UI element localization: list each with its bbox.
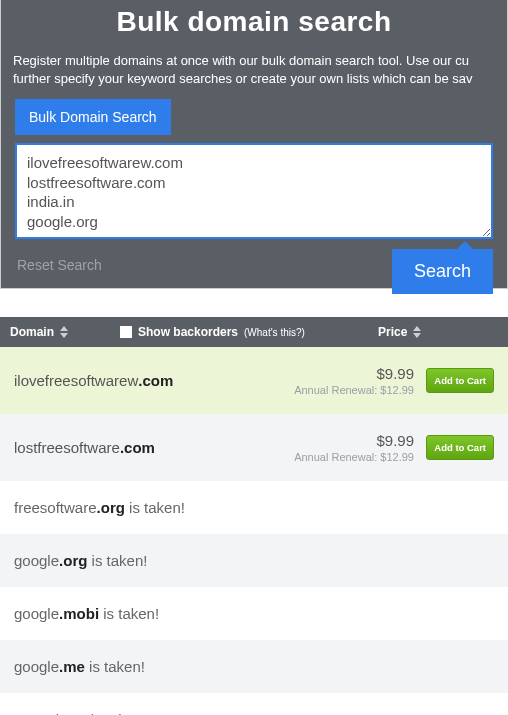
result-price: $9.99 <box>294 432 414 449</box>
result-row-taken: google.mobi is taken! <box>0 587 508 640</box>
domain-list-input[interactable] <box>15 143 493 239</box>
domain-tld: .org <box>97 499 125 516</box>
add-to-cart-button[interactable]: Add to Cart <box>426 368 494 393</box>
reset-search-link[interactable]: Reset Search <box>15 243 102 273</box>
result-renewal: Annual Renewal: $12.99 <box>294 451 414 463</box>
result-domain: lostfreesoftware.com <box>14 439 294 456</box>
result-row-taken: gooogle.ru is taken! <box>0 693 508 715</box>
domain-name: google <box>14 658 59 675</box>
result-row-taken: freesoftware.org is taken! <box>0 481 508 534</box>
whats-this-link[interactable]: (What's this?) <box>244 327 305 338</box>
result-cart-cell: Add to Cart <box>414 368 494 393</box>
page-title: Bulk domain search <box>1 0 507 52</box>
domain-tld: .com <box>120 439 155 456</box>
sort-icon <box>60 326 69 338</box>
result-domain: freesoftware.org is taken! <box>14 499 494 516</box>
domain-tld: .org <box>59 552 87 569</box>
result-domain: ilovefreesoftwarew.com <box>14 372 294 389</box>
taken-suffix: is taken! <box>99 605 159 622</box>
search-arrow-icon <box>457 241 473 249</box>
column-header-backorders: Show backorders (What's this?) <box>120 325 378 339</box>
add-to-cart-button[interactable]: Add to Cart <box>426 435 494 460</box>
result-price: $9.99 <box>294 365 414 382</box>
column-header-price[interactable]: Price <box>378 325 498 339</box>
search-panel: Bulk domain search Register multiple dom… <box>0 0 508 289</box>
results-header-row: Domain Show backorders (What's this?) Pr… <box>0 317 508 347</box>
page-description: Register multiple domains at once with o… <box>1 52 507 99</box>
result-price-block: $9.99 Annual Renewal: $12.99 <box>294 365 414 396</box>
domain-name: lostfreesoftware <box>14 439 120 456</box>
column-header-domain[interactable]: Domain <box>10 325 120 339</box>
sort-icon <box>413 326 422 338</box>
domain-name: ilovefreesoftwarew <box>14 372 138 389</box>
domain-tld: .ru <box>67 711 86 715</box>
results-table: Domain Show backorders (What's this?) Pr… <box>0 317 508 715</box>
result-row-taken: google.me is taken! <box>0 640 508 693</box>
search-button[interactable]: Search <box>392 249 493 294</box>
search-button-wrapper: Search <box>392 241 493 294</box>
textarea-wrapper <box>1 135 507 243</box>
result-domain: gooogle.ru is taken! <box>14 711 494 715</box>
result-row-available: lostfreesoftware.com $9.99 Annual Renewa… <box>0 414 508 481</box>
taken-suffix: is taken! <box>85 658 145 675</box>
domain-tld: .me <box>59 658 85 675</box>
tab-bulk-domain-search[interactable]: Bulk Domain Search <box>15 99 171 135</box>
column-header-domain-label: Domain <box>10 325 54 339</box>
result-domain: google.mobi is taken! <box>14 605 494 622</box>
result-cart-cell: Add to Cart <box>414 435 494 460</box>
taken-suffix: is taken! <box>87 711 147 715</box>
result-price-block: $9.99 Annual Renewal: $12.99 <box>294 432 414 463</box>
result-domain: google.me is taken! <box>14 658 494 675</box>
column-header-price-label: Price <box>378 325 407 339</box>
result-row-available: ilovefreesoftwarew.com $9.99 Annual Rene… <box>0 347 508 414</box>
domain-name: google <box>14 552 59 569</box>
domain-tld: .com <box>138 372 173 389</box>
result-renewal: Annual Renewal: $12.99 <box>294 384 414 396</box>
domain-name: freesoftware <box>14 499 97 516</box>
show-backorders-label: Show backorders <box>138 325 238 339</box>
taken-suffix: is taken! <box>125 499 185 516</box>
show-backorders-checkbox[interactable] <box>120 326 132 338</box>
domain-tld: .mobi <box>59 605 99 622</box>
search-actions-row: Reset Search Search <box>1 243 507 288</box>
domain-name: google <box>14 605 59 622</box>
taken-suffix: is taken! <box>87 552 147 569</box>
domain-name: gooogle <box>14 711 67 715</box>
tab-bar: Bulk Domain Search <box>1 99 507 135</box>
result-row-taken: google.org is taken! <box>0 534 508 587</box>
result-domain: google.org is taken! <box>14 552 494 569</box>
